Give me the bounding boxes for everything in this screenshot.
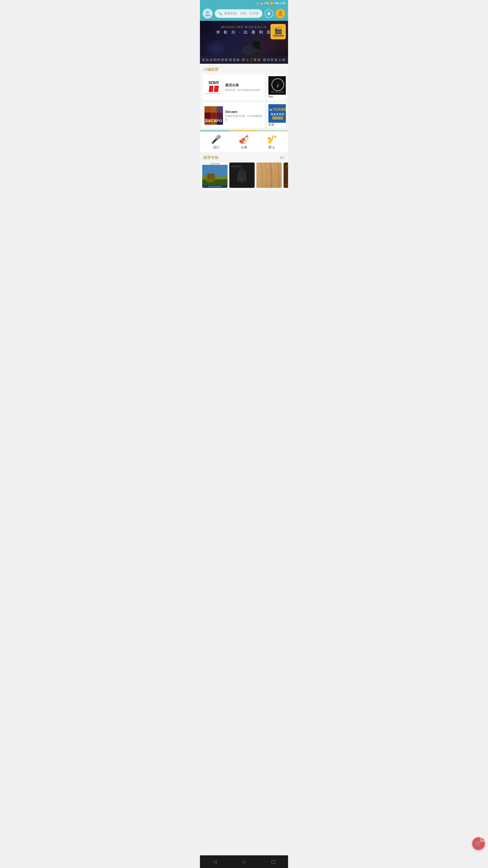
meister-card[interactable]: ♩ MEISTER MUSIC Mei: [267, 74, 286, 101]
home-icon: ⌂: [242, 859, 246, 865]
dacapo-card[interactable]: DACAPO Dacapo 丹麦国立唱片品牌 - Hi-Res独家首发: [202, 102, 265, 129]
albums-section: 推荐专辑 多> LIVING SteREO: [200, 152, 288, 191]
album-sonar[interactable]: 别/SONAR SPECIAL EDITION: [229, 162, 255, 188]
recents-icon: ▢: [271, 859, 276, 865]
album-subtitle: DEATH AND THE MAIDEN: [202, 185, 228, 188]
albums-more-button[interactable]: 多>: [280, 156, 285, 160]
bell-icon: [267, 11, 271, 16]
hires-badge[interactable]: Hi -Res AUDIO: [275, 8, 285, 19]
sony-card-desc: 索尼古典 - 官方正版Hi-Res音源: [225, 88, 263, 92]
saxophone-icon: 🎷: [267, 135, 277, 144]
recommend-section: 小编推荐 SONY CLASSICAL™ 索尼古典 索尼古典 - 官方正版Hi-…: [200, 64, 288, 129]
res-label: -Res: [279, 13, 282, 15]
status-icons: ⚡ ⏰ LTE 📶 76% 3:19: [256, 2, 285, 5]
dacapo-card-desc: 丹麦国立唱片品牌 - Hi-Res独家首发: [225, 114, 263, 121]
svg-rect-14: [207, 174, 215, 180]
naxos-years: 30 YEARS: [269, 107, 286, 112]
genre-tab-jazz[interactable]: 🎷 爵士: [267, 135, 277, 150]
svg-point-22: [268, 179, 270, 180]
sony-shape-1: [209, 86, 214, 92]
genre-classical-label: 古典: [240, 145, 248, 150]
genre-pop-label: 流行: [213, 145, 220, 150]
search-bar[interactable]: 🔍 搜索歌曲、专辑、艺术家: [215, 9, 262, 18]
svg-text:The...: The...: [285, 184, 288, 185]
cards-row-1: SONY CLASSICAL™ 索尼古典 索尼古典 - 官方正版Hi-Res音源…: [200, 74, 288, 101]
audio-label: AUDIO: [278, 15, 283, 16]
subtitle-highlight: 爵士三重奏: [242, 58, 261, 61]
living-stereo-label: LIVING SteREO: [202, 162, 228, 165]
svg-point-20: [240, 178, 244, 180]
naxos-partial-text: 拿索: [268, 123, 284, 127]
dacapo-card-name: Dacapo: [225, 110, 263, 114]
battery-label: 76%: [274, 2, 279, 4]
album-living-stereo[interactable]: LIVING SteREO DEATH AND THE MAIDEN: [202, 162, 228, 188]
signal-icon: 📶: [270, 2, 273, 5]
avatar[interactable]: [203, 8, 213, 19]
status-bar: ⚡ ⏰ LTE 📶 76% 3:19: [200, 0, 288, 6]
recommend-title: 小编推荐: [200, 64, 288, 74]
recents-button[interactable]: ▢: [265, 855, 281, 868]
banner[interactable]: MICHELINO BISCEGLIA 米 歇 尔 · 比 塞 利 亚 🎬 专辑…: [200, 21, 288, 64]
sony-card-info: 索尼古典 索尼古典 - 官方正版Hi-Res音源: [225, 83, 263, 92]
alarm-icon: ⏰: [260, 2, 263, 5]
time-label: 3:19: [281, 2, 285, 4]
svg-text:LIVING STEREO: LIVING STEREO: [286, 166, 288, 167]
header: 🔍 搜索歌曲、专辑、艺术家 Hi -Res AUDIO: [200, 6, 288, 21]
naxos-card[interactable]: 30 YEARS NAXOS 拿索: [267, 102, 286, 129]
albums-title: 推荐专辑: [203, 155, 219, 160]
back-button[interactable]: ◁: [207, 855, 223, 868]
dacapo-card-info: Dacapo 丹麦国立唱片品牌 - Hi-Res独家首发: [225, 110, 263, 121]
microphone-icon: 🎤: [211, 135, 221, 144]
user-icon: [204, 10, 211, 17]
sony-shape-2: [214, 86, 219, 92]
banner-video-badge[interactable]: 🎬 专辑附送视频: [270, 24, 286, 39]
genre-tab-pop[interactable]: 🎤 流行: [211, 135, 221, 150]
subtitle-text2: 国内首发上线: [263, 58, 286, 61]
violin-icon: 🎻: [239, 135, 249, 144]
lte-label: LTE: [264, 2, 269, 4]
hi-label: Hi: [280, 11, 282, 13]
svg-point-9: [242, 46, 258, 55]
dacapo-logo: DACAPO: [204, 106, 223, 125]
albums-header: 推荐专辑 多>: [200, 155, 288, 162]
album-art-area: [202, 165, 228, 185]
meister-text: MEISTER MUSIC: [271, 91, 284, 93]
album-portrait[interactable]: [256, 162, 282, 188]
banner-smoke-effect: [204, 39, 227, 57]
albums-row: LIVING SteREO DEATH AND THE MAIDEN: [200, 162, 288, 191]
cards-row-2: DACAPO Dacapo 丹麦国立唱片品牌 - Hi-Res独家首发 30 Y…: [200, 102, 288, 129]
film-icon: 🎬: [274, 26, 283, 34]
banner-subtitle: 来自比利时的欧洲顶级 爵士三重奏 国内首发上线: [200, 56, 288, 64]
naxos-name: NAXOS: [271, 112, 285, 116]
bluetooth-icon: ⚡: [256, 2, 259, 5]
meister-dot: [277, 86, 279, 88]
search-icon: 🔍: [218, 11, 222, 16]
album-fourth[interactable]: LIVING STEREO The...: [284, 162, 288, 188]
svg-text:别/SONAR: 别/SONAR: [231, 165, 241, 167]
meister-name: Mei: [268, 95, 284, 99]
naxos-columns: [272, 116, 283, 120]
video-badge-text: 专辑附送视频: [273, 35, 284, 37]
back-icon: ◁: [213, 859, 217, 865]
meister-logo: ♩ MEISTER MUSIC: [268, 76, 286, 95]
dacapo-text: DACAPO: [205, 119, 222, 123]
svg-point-1: [253, 35, 260, 41]
sony-classical-card[interactable]: SONY CLASSICAL™ 索尼古典 索尼古典 - 官方正版Hi-Res音源: [202, 74, 265, 101]
search-placeholder: 搜索歌曲、专辑、艺术家: [224, 11, 259, 16]
sony-classical-text: CLASSICAL™: [205, 92, 222, 94]
genre-jazz-label: 爵士: [268, 145, 275, 150]
notification-button[interactable]: [265, 9, 273, 18]
genre-tabs: 🎤 流行 🎻 古典 🎷 爵士: [200, 131, 288, 152]
sony-logo: SONY CLASSICAL™: [204, 78, 223, 97]
bottom-navigation: ◁ ⌂ ▢: [200, 855, 288, 868]
sony-text: SONY: [208, 81, 219, 85]
home-button[interactable]: ⌂: [236, 855, 252, 868]
svg-point-19: [239, 168, 245, 174]
subtitle-text1: 来自比利时的欧洲顶级: [202, 58, 240, 61]
sony-card-name: 索尼古典: [225, 83, 263, 88]
naxos-logo: 30 YEARS NAXOS: [268, 104, 286, 123]
meister-partial-text: Mei: [268, 95, 284, 99]
meister-circle: ♩: [271, 79, 284, 91]
sony-shapes: [209, 86, 219, 92]
genre-tab-classical[interactable]: 🎻 古典: [239, 135, 249, 150]
